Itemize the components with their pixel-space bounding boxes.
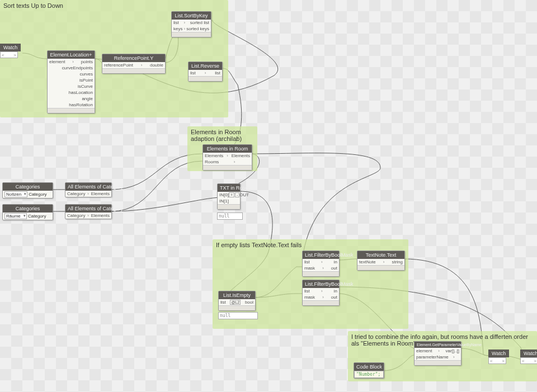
node-element-location[interactable]: Element.Location+ element›points curveEn…: [47, 50, 95, 114]
code-block-text[interactable]: "Number";: [354, 371, 384, 378]
watch-box: <>: [520, 357, 537, 364]
node-title: Categories: [3, 205, 53, 212]
node-txt-in-room[interactable]: TXT in Room IN[0]+-OUT IN[1]: [217, 183, 241, 210]
node-title: List.SortByKey: [172, 12, 211, 20]
group-title: If empty lists TextNote.Text fails: [216, 242, 302, 248]
node-all-elements-2[interactable]: All Elements of Category Category›Elemen…: [65, 204, 112, 219]
node-get-parameter[interactable]: Element.GetParameterValueByName element›…: [414, 341, 461, 366]
node-sortbykey[interactable]: List.SortByKey list›sorted list keys›sor…: [171, 11, 211, 37]
node-title: Categories: [3, 183, 53, 191]
node-title: List.Reverse: [189, 62, 222, 70]
node-categories-notizen[interactable]: Categories NotizenCategory: [2, 182, 53, 199]
node-title: List.FilterByBoolMask: [303, 280, 339, 288]
isempty-preview: null: [218, 312, 258, 319]
node-title: Watch: [0, 44, 21, 51]
watch-node-3[interactable]: Watch <>: [520, 350, 537, 364]
node-filter-2[interactable]: List.FilterByBoolMask list›in mask›out: [302, 280, 340, 306]
node-all-elements-1[interactable]: All Elements of Category Category›Elemen…: [65, 182, 112, 197]
node-title: TXT in Room: [218, 184, 240, 192]
node-list-reverse[interactable]: List.Reverse list›list: [188, 62, 223, 82]
txt-in-room-preview: null: [217, 212, 243, 220]
node-code-block[interactable]: Code Block "Number";: [354, 362, 384, 379]
node-filter-1[interactable]: List.FilterByBoolMask list›in mask›out: [302, 251, 340, 277]
node-title: Element.Location+: [48, 51, 95, 59]
node-title: Watch: [520, 350, 537, 357]
node-title: ReferencePoint.Y: [102, 54, 165, 62]
node-title: Watch: [488, 350, 509, 357]
node-textnote-text[interactable]: TextNote.Text textNote›string: [357, 251, 405, 271]
node-title: List.IsEmpty: [219, 291, 255, 299]
category-dropdown[interactable]: Räume: [4, 213, 27, 219]
node-title: TextNote.Text: [357, 251, 404, 259]
group-title: Sort texts Up to Down: [3, 2, 63, 9]
node-list-isempty[interactable]: List.IsEmpty list@L2bool: [218, 291, 256, 311]
node-title: All Elements of Category: [65, 205, 111, 212]
watch-box: <>: [0, 51, 18, 58]
watch-box: <>: [488, 357, 506, 364]
canvas[interactable]: Sort texts Up to Down Elements in Room a…: [0, 0, 537, 392]
node-refpoint-y[interactable]: ReferencePoint.Y referencePoint›double: [102, 54, 166, 74]
lacing-indicator[interactable]: @L2: [230, 300, 241, 305]
category-dropdown[interactable]: Notizen: [4, 191, 27, 197]
node-title: Element.GetParameterValueByName: [414, 342, 461, 348]
node-title: All Elements of Category: [65, 183, 111, 191]
node-categories-raume[interactable]: Categories RäumeCategory: [2, 204, 53, 220]
watch-node-2[interactable]: Watch <>: [488, 350, 509, 364]
node-title: List.FilterByBoolMask: [303, 251, 339, 259]
node-title: Elements in Room: [203, 145, 252, 153]
node-title: Code Block: [354, 363, 384, 371]
node-elements-in-room[interactable]: Elements in Room Elements›Elements Rooms…: [202, 144, 252, 171]
group-title: Elements in Room adaption (archilab): [191, 129, 242, 142]
watch-node-1[interactable]: Watch <>: [0, 44, 21, 58]
